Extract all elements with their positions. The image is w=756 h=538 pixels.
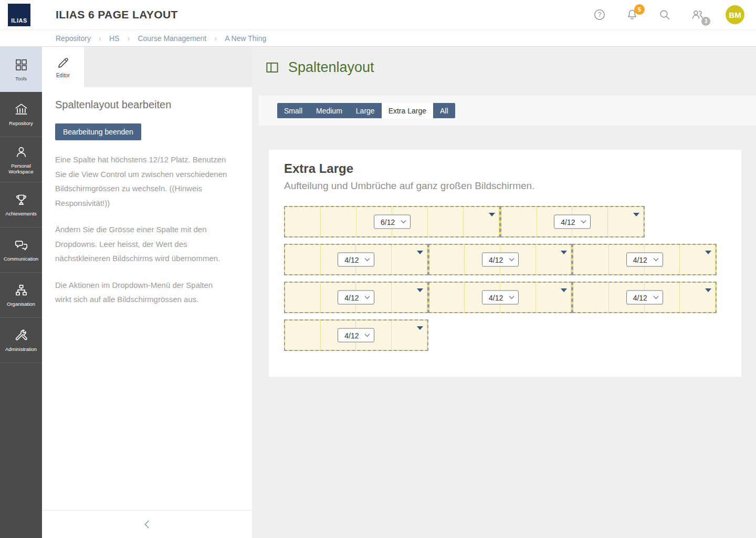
grid-segment (680, 245, 716, 274)
sidebar-item-communication[interactable]: Communication (0, 227, 42, 273)
breadcrumb-separator: › (127, 34, 130, 43)
grid-segment (321, 207, 356, 236)
grid-segment (428, 207, 464, 236)
column-size-select[interactable]: 4/12 (626, 253, 663, 267)
top-bar: ILIAS ILIAS 6 PAGE LAYOUT ? 5 3 BM (0, 0, 756, 30)
view-control-tab-small[interactable]: Small (277, 103, 309, 118)
search-icon (658, 8, 671, 21)
column-size-select[interactable]: 4/12 (482, 291, 519, 305)
grid-segment (680, 283, 716, 312)
finish-editing-button[interactable]: Bearbeitung beenden (55, 123, 141, 140)
tab-editor[interactable]: Editor (42, 47, 84, 87)
grid-segment (429, 245, 465, 274)
view-control-tab-all[interactable]: All (433, 103, 455, 118)
column-block: 4/12 (284, 282, 428, 313)
column-size-select[interactable]: 4/12 (482, 253, 519, 267)
column-size-select[interactable]: 4/12 (554, 215, 591, 229)
layout-row: 4/124/124/12 (284, 244, 717, 275)
sidebar-item-organisation[interactable]: Organisation (0, 273, 42, 318)
layout-row: 4/124/124/12 (284, 282, 717, 313)
column-size-value: 4/12 (561, 218, 575, 226)
view-control-band: SmallMediumLargeExtra LargeAll (259, 96, 756, 126)
column-menu-caret[interactable] (561, 288, 567, 292)
breadcrumb-link[interactable]: A New Thing (225, 34, 266, 43)
breadcrumb-link[interactable]: Repository (56, 34, 91, 43)
column-menu-caret[interactable] (417, 288, 423, 292)
column-menu-caret[interactable] (705, 288, 711, 292)
chevron-down-icon (401, 218, 406, 223)
breadcrumb: Repository›HS›Course Management›A New Th… (0, 30, 756, 47)
contacts-button[interactable]: 3 (691, 8, 704, 21)
sidebar-item-label: Personal Workspace (2, 163, 40, 174)
breadcrumb-link[interactable]: HS (109, 34, 119, 43)
sidebar-item-administration[interactable]: Administration (0, 318, 42, 363)
sidebar-item-label: Achievements (5, 211, 37, 216)
grid-segment (608, 207, 644, 236)
editor-help-paragraph: Ändern Sie die Grösse einer Spalte mit d… (55, 222, 231, 266)
column-menu-caret[interactable] (417, 326, 423, 330)
sidebar-item-achievements[interactable]: Achievements (0, 182, 42, 227)
column-menu-caret[interactable] (489, 213, 495, 216)
column-block: 6/12 (284, 206, 500, 237)
sidebar-filler (0, 363, 42, 538)
editor-help-paragraph: Eine Spalte hat höchstens 12/12 Platz. B… (55, 152, 231, 210)
chevron-down-icon (509, 256, 514, 261)
grid-segment (285, 320, 321, 350)
column-size-value: 4/12 (489, 293, 503, 302)
column-size-select[interactable]: 4/12 (626, 291, 663, 305)
logo-text: ILIAS (11, 17, 27, 24)
layout-card: Extra Large Aufteilung und Umbrüche auf … (269, 150, 741, 377)
org-chart-icon (14, 283, 28, 297)
column-size-select[interactable]: 6/12 (374, 215, 411, 229)
chevron-left-icon (140, 518, 154, 531)
grid-segment (392, 320, 427, 350)
sidebar-item-tools[interactable]: Tools (0, 47, 42, 92)
person-icon (14, 145, 28, 159)
column-menu-caret[interactable] (561, 251, 567, 254)
view-control-tab-large[interactable]: Large (349, 103, 382, 118)
search-button[interactable] (658, 8, 671, 21)
column-size-value: 4/12 (489, 255, 503, 264)
column-size-select[interactable]: 4/12 (338, 328, 374, 343)
view-control-tab-extra-large[interactable]: Extra Large (382, 103, 433, 118)
ilias-logo[interactable]: ILIAS (8, 4, 30, 26)
breadcrumb-link[interactable]: Course Management (138, 34, 206, 43)
view-control-tab-medium[interactable]: Medium (309, 103, 349, 118)
grid-segment (573, 283, 609, 312)
grid-segment (536, 245, 572, 274)
sidebar-item-repository[interactable]: Repository (0, 92, 42, 137)
notification-count-badge: 5 (634, 4, 645, 15)
help-button[interactable]: ? (593, 8, 606, 21)
column-menu-caret[interactable] (633, 213, 639, 216)
pencil-icon (56, 56, 70, 70)
column-size-value: 4/12 (344, 255, 359, 264)
sidebar-item-personal-workspace[interactable]: Personal Workspace (0, 137, 42, 182)
chevron-down-icon (365, 332, 370, 337)
notifications-button[interactable]: 5 (626, 8, 638, 21)
column-block: 4/12 (428, 282, 573, 313)
page-title: Spaltenlayout (288, 59, 374, 76)
column-layout-icon (265, 60, 279, 75)
layout-row: 4/12 (284, 319, 717, 351)
column-size-select[interactable]: 4/12 (338, 253, 374, 267)
chevron-down-icon (581, 218, 586, 223)
column-block: 4/12 (572, 244, 717, 275)
column-menu-caret[interactable] (705, 251, 711, 254)
column-size-value: 4/12 (633, 255, 647, 264)
column-block: 4/12 (572, 282, 717, 313)
main-content: Spaltenlayout SmallMediumLargeExtra Larg… (252, 47, 756, 538)
column-menu-caret[interactable] (417, 251, 423, 254)
column-block: 4/12 (428, 244, 573, 275)
editor-help-text: Eine Spalte hat höchstens 12/12 Platz. B… (55, 152, 237, 307)
editor-help-paragraph: Die Aktionen im Dropdown-Menü der Spalte… (55, 278, 231, 307)
top-icon-group: ? 5 3 BM (573, 5, 744, 24)
grid-segment (285, 207, 321, 236)
grid-segment (285, 283, 321, 312)
column-size-select[interactable]: 4/12 (338, 291, 374, 305)
chevron-down-icon (653, 256, 658, 261)
speech-bubbles-icon (14, 238, 28, 252)
contacts-count-badge: 3 (701, 17, 710, 26)
collapse-panel-button[interactable] (42, 510, 252, 538)
trophy-icon (14, 193, 28, 207)
avatar[interactable]: BM (726, 5, 744, 24)
